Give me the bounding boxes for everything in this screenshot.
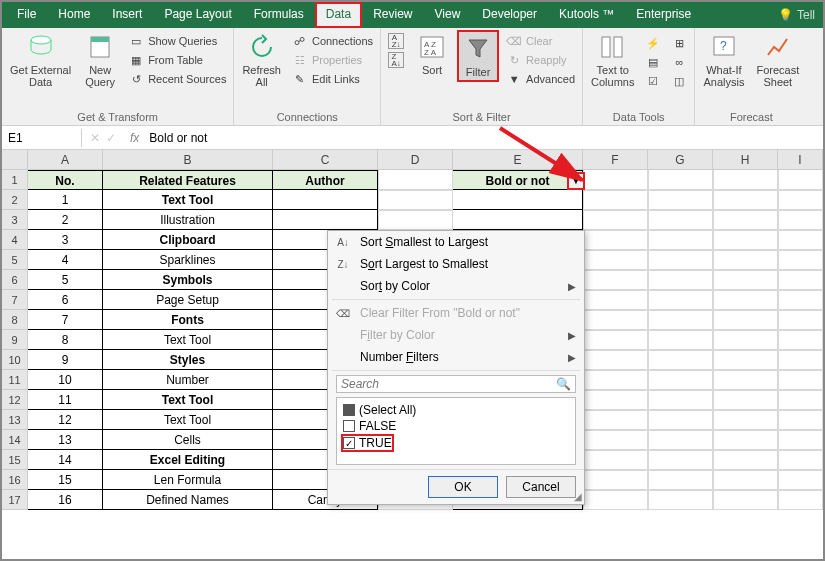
cell-no[interactable]: 2 [28, 210, 103, 230]
tab-enterprise[interactable]: Enterprise [625, 2, 702, 28]
cancel-button[interactable]: Cancel [506, 476, 576, 498]
cell-no[interactable]: 3 [28, 230, 103, 250]
number-filters-item[interactable]: Number Filters ▶ [328, 346, 584, 368]
cell[interactable] [583, 350, 648, 370]
cell[interactable] [648, 290, 713, 310]
cell-no[interactable]: 6 [28, 290, 103, 310]
tab-home[interactable]: Home [47, 2, 101, 28]
cell[interactable] [713, 290, 778, 310]
tab-kutools[interactable]: Kutools ™ [548, 2, 625, 28]
row-header[interactable]: 7 [2, 290, 28, 310]
cell-feature[interactable]: Text Tool [103, 410, 273, 430]
data-validation-button[interactable]: ☑ [642, 72, 664, 90]
cell-no[interactable]: 15 [28, 470, 103, 490]
row-header[interactable]: 11 [2, 370, 28, 390]
tab-developer[interactable]: Developer [471, 2, 548, 28]
header-bold[interactable]: Bold or not [453, 170, 583, 190]
cell[interactable] [378, 190, 453, 210]
row-header[interactable]: 13 [2, 410, 28, 430]
connections-button[interactable]: ☍Connections [289, 32, 376, 50]
header-no[interactable]: No. [28, 170, 103, 190]
cell[interactable] [648, 270, 713, 290]
cell[interactable] [713, 330, 778, 350]
header-author[interactable]: Author [273, 170, 378, 190]
col-E[interactable]: E [453, 150, 583, 169]
cell[interactable] [778, 370, 823, 390]
row-header[interactable]: 2 [2, 190, 28, 210]
row-header[interactable]: 12 [2, 390, 28, 410]
select-all-corner[interactable] [2, 150, 28, 169]
cell[interactable] [713, 430, 778, 450]
cell[interactable] [648, 370, 713, 390]
cell[interactable] [583, 330, 648, 350]
tab-page-layout[interactable]: Page Layout [153, 2, 242, 28]
cell-feature[interactable]: Number [103, 370, 273, 390]
cell[interactable] [778, 190, 823, 210]
name-box[interactable]: E1 [2, 129, 82, 147]
show-queries-button[interactable]: ▭Show Queries [125, 32, 229, 50]
cell[interactable] [648, 230, 713, 250]
tab-review[interactable]: Review [362, 2, 423, 28]
tab-data[interactable]: Data [315, 2, 362, 28]
cell[interactable] [778, 430, 823, 450]
cell[interactable] [648, 310, 713, 330]
cell-feature[interactable]: Excel Editing [103, 450, 273, 470]
row-header[interactable]: 14 [2, 430, 28, 450]
filter-button[interactable]: Filter [457, 30, 499, 82]
cell-no[interactable]: 5 [28, 270, 103, 290]
cell[interactable] [648, 470, 713, 490]
filter-dropdown-arrow[interactable]: ▼ [567, 172, 585, 190]
cell-feature[interactable]: Clipboard [103, 230, 273, 250]
row-header[interactable]: 17 [2, 490, 28, 510]
cell-author[interactable] [273, 210, 378, 230]
tab-view[interactable]: View [424, 2, 472, 28]
cell[interactable] [778, 450, 823, 470]
get-external-data-button[interactable]: Get External Data [6, 30, 75, 90]
cell[interactable] [583, 430, 648, 450]
sort-asc-button[interactable]: AZ↓ [385, 32, 407, 50]
cell[interactable] [778, 170, 823, 190]
cell[interactable] [778, 390, 823, 410]
cell[interactable] [583, 170, 648, 190]
cell-feature[interactable]: Cells [103, 430, 273, 450]
tab-file[interactable]: File [6, 2, 47, 28]
cell-boldornot[interactable] [453, 210, 583, 230]
cell[interactable] [648, 430, 713, 450]
row-header[interactable]: 3 [2, 210, 28, 230]
recent-sources-button[interactable]: ↺Recent Sources [125, 70, 229, 88]
remove-duplicates-button[interactable]: ▤ [642, 53, 664, 71]
cancel-formula-icon[interactable]: ✕ [90, 131, 100, 145]
cell-feature[interactable]: Text Tool [103, 390, 273, 410]
cell-no[interactable]: 13 [28, 430, 103, 450]
cell[interactable] [778, 330, 823, 350]
header-related[interactable]: Related Features [103, 170, 273, 190]
row-header[interactable]: 6 [2, 270, 28, 290]
cell[interactable] [713, 490, 778, 510]
cell[interactable] [713, 370, 778, 390]
cell[interactable] [648, 390, 713, 410]
tell-me[interactable]: 💡 Tell [770, 2, 823, 28]
cell[interactable] [583, 390, 648, 410]
cell[interactable] [778, 210, 823, 230]
cell[interactable] [583, 410, 648, 430]
cell-feature[interactable]: Len Formula [103, 470, 273, 490]
cell-no[interactable]: 7 [28, 310, 103, 330]
cell[interactable] [648, 410, 713, 430]
properties-button[interactable]: ☷Properties [289, 51, 376, 69]
select-all-checkbox[interactable]: (Select All) [341, 402, 571, 418]
fx-icon[interactable]: fx [124, 131, 145, 145]
search-input[interactable] [341, 377, 556, 391]
cell-feature[interactable]: Defined Names [103, 490, 273, 510]
cell-no[interactable]: 10 [28, 370, 103, 390]
cell[interactable] [713, 470, 778, 490]
cell[interactable] [583, 250, 648, 270]
cell[interactable] [583, 270, 648, 290]
cell[interactable] [713, 390, 778, 410]
cell-feature[interactable]: Illustration [103, 210, 273, 230]
col-H[interactable]: H [713, 150, 778, 169]
cell-feature[interactable]: Fonts [103, 310, 273, 330]
edit-links-button[interactable]: ✎Edit Links [289, 70, 376, 88]
cell[interactable] [583, 450, 648, 470]
cell[interactable] [648, 350, 713, 370]
clear-filter-button[interactable]: ⌫Clear [503, 32, 578, 50]
